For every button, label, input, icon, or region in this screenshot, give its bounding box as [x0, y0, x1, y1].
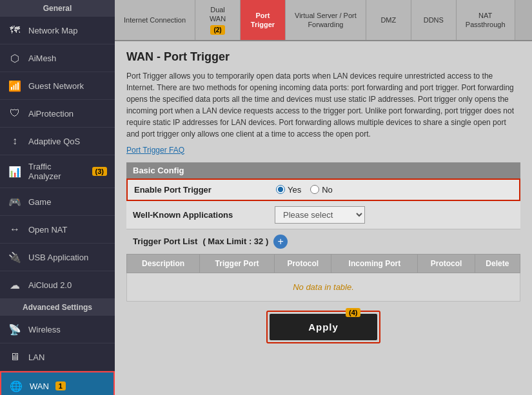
annotation-3-badge: (3)	[92, 167, 107, 176]
tab-dmz[interactable]: DMZ	[366, 0, 411, 40]
sidebar-item-wireless[interactable]: 📡 Wireless	[0, 316, 115, 343]
tab-internet-connection[interactable]: Internet Connection	[115, 0, 195, 40]
sidebar-item-label: AiCloud 2.0	[28, 280, 72, 290]
table-row-no-data: No data in table.	[127, 273, 520, 301]
sidebar-item-aimesh[interactable]: ⬡ AiMesh	[0, 44, 115, 72]
well-known-apps-select[interactable]: Please select	[275, 206, 365, 224]
sidebar-item-open-nat[interactable]: ↔ Open NAT	[0, 216, 115, 244]
tab-virtual-server[interactable]: Virtual Server / PortForwarding	[286, 0, 366, 40]
col-delete: Delete	[475, 254, 520, 273]
game-icon: 🎮	[8, 195, 22, 209]
page-title: WAN - Port Trigger	[126, 50, 520, 64]
apply-button[interactable]: Apply	[270, 314, 377, 340]
col-protocol-2: Protocol	[418, 254, 475, 273]
sidebar-item-label: AiProtection	[28, 109, 74, 119]
sidebar-item-traffic-analyzer[interactable]: 📊 Traffic Analyzer (3)	[0, 155, 115, 188]
annotation-1-badge: 1	[55, 381, 66, 390]
sidebar-advanced-header: Advanced Settings	[0, 299, 115, 316]
radio-yes-label: Yes	[288, 185, 301, 195]
tab-bar: Internet Connection DualWAN (2) PortTrig…	[115, 0, 532, 41]
lan-icon: 🖥	[8, 350, 22, 364]
radio-no-option[interactable]: No	[310, 185, 333, 195]
adaptive-qos-icon: ↕	[8, 134, 22, 148]
enable-port-trigger-radio-group: Yes No	[276, 185, 333, 195]
tab-ddns[interactable]: DDNS	[411, 0, 457, 40]
sidebar-item-label: AiMesh	[28, 53, 56, 63]
sidebar-item-usb-application[interactable]: 🔌 USB Application	[0, 244, 115, 271]
tab-dual-wan[interactable]: DualWAN (2)	[195, 0, 241, 40]
trigger-port-table: Description Trigger Port Protocol Incomi…	[126, 254, 520, 302]
basic-config-header: Basic Config	[126, 162, 520, 178]
no-data-cell: No data in table.	[127, 273, 520, 301]
tab-nat-passthrough[interactable]: NATPassthrough	[457, 0, 515, 40]
enable-port-trigger-row: Enable Port Trigger Yes No	[126, 178, 520, 201]
col-description: Description	[127, 254, 200, 273]
sidebar-item-wan[interactable]: 🌐 WAN 1	[0, 371, 115, 395]
apply-button-wrapper: Apply	[266, 311, 380, 343]
sidebar-general-header: General	[0, 0, 115, 17]
radio-no-input[interactable]	[310, 185, 319, 194]
col-trigger-port: Trigger Port	[200, 254, 275, 273]
annotation-2-badge: (2)	[210, 25, 224, 35]
col-incoming-port: Incoming Port	[331, 254, 418, 273]
sidebar-item-label: Network Map	[28, 26, 78, 35]
sidebar-item-network-map[interactable]: 🗺 Network Map	[0, 17, 115, 44]
aicloud-icon: ☁	[8, 278, 22, 292]
trigger-port-max-limit: ( Max Limit : 32 )	[202, 236, 268, 246]
sidebar-item-label: Game	[28, 197, 51, 207]
sidebar-item-adaptive-qos[interactable]: ↕ Adaptive QoS	[0, 128, 115, 155]
trigger-port-list-header: Trigger Port List ( Max Limit : 32 ) +	[126, 229, 520, 254]
sidebar-item-label: Guest Network	[28, 81, 84, 91]
page-body: WAN - Port Trigger Port Trigger allows y…	[115, 41, 532, 395]
sidebar-item-aicloud[interactable]: ☁ AiCloud 2.0	[0, 271, 115, 299]
sidebar-item-aiprotection[interactable]: 🛡 AiProtection	[0, 100, 115, 128]
add-trigger-port-button[interactable]: +	[273, 235, 288, 249]
usb-icon: 🔌	[8, 250, 22, 264]
aimesh-icon: ⬡	[8, 51, 22, 65]
network-map-icon: 🗺	[8, 23, 22, 37]
well-known-apps-row: Well-Known Applications Please select	[126, 201, 520, 229]
sidebar-item-label: USB Application	[28, 253, 88, 262]
main-content: Internet Connection DualWAN (2) PortTrig…	[115, 0, 532, 395]
wireless-icon: 📡	[8, 322, 22, 336]
page-description: Port Trigger allows you to temporarily o…	[126, 70, 520, 140]
guest-network-icon: 📶	[8, 79, 22, 93]
sidebar-item-game[interactable]: 🎮 Game	[0, 188, 115, 216]
sidebar-item-label: LAN	[28, 352, 44, 362]
aiprotection-icon: 🛡	[8, 106, 22, 120]
sidebar-item-guest-network[interactable]: 📶 Guest Network	[0, 72, 115, 100]
sidebar-item-lan[interactable]: 🖥 LAN	[0, 343, 115, 371]
tab-port-trigger[interactable]: PortTrigger	[241, 0, 286, 40]
enable-port-trigger-label: Enable Port Trigger	[134, 185, 276, 195]
faq-link[interactable]: Port Trigger FAQ	[126, 146, 184, 155]
radio-no-label: No	[322, 185, 333, 195]
sidebar-item-label: Open NAT	[28, 225, 67, 235]
radio-yes-input[interactable]	[276, 185, 285, 194]
col-protocol-1: Protocol	[275, 254, 331, 273]
open-nat-icon: ↔	[8, 222, 22, 236]
sidebar-item-label: WAN	[30, 381, 49, 391]
traffic-analyzer-icon: 📊	[8, 164, 22, 178]
sidebar: General 🗺 Network Map ⬡ AiMesh 📶 Guest N…	[0, 0, 115, 395]
well-known-apps-value: Please select	[275, 206, 365, 224]
sidebar-item-label: Traffic Analyzer	[28, 162, 86, 181]
radio-yes-option[interactable]: Yes	[276, 185, 301, 195]
sidebar-item-label: Wireless	[28, 325, 61, 334]
annotation-4-badge: (4)	[346, 308, 360, 317]
wan-icon: 🌐	[9, 379, 23, 393]
well-known-apps-label: Well-Known Applications	[133, 210, 275, 220]
apply-area: (4) Apply	[126, 302, 520, 347]
sidebar-item-label: Adaptive QoS	[28, 137, 80, 146]
trigger-port-list-label: Trigger Port List	[133, 236, 197, 246]
